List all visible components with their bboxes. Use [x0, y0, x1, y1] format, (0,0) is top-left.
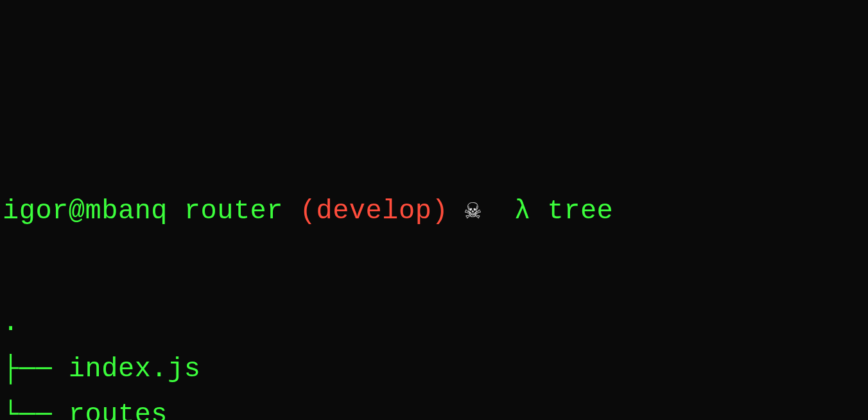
shell-prompt[interactable]: igor@mbanq router (develop) ☠ λ tree [3, 189, 865, 234]
prompt-space2 [283, 196, 300, 227]
prompt-space1 [168, 196, 184, 227]
tree-line-name: index.js [69, 354, 201, 385]
prompt-user-host: igor@mbanq [3, 196, 168, 227]
prompt-directory: router [184, 196, 283, 227]
tree-line-name: routes [69, 399, 168, 420]
branch-open: ( [300, 196, 317, 227]
tree-line-prefix: ├── [3, 354, 69, 385]
branch-name: develop [316, 196, 431, 227]
tree-root: . [3, 308, 19, 338]
prompt-space5 [531, 196, 548, 227]
tree-line-prefix: └── [3, 399, 69, 420]
lambda-icon: λ [514, 196, 531, 227]
command-text: tree [547, 196, 613, 227]
branch-close: ) [431, 196, 448, 227]
tree-output: . ├── index.js └── routes ├── index.js ├… [3, 301, 865, 420]
prompt-space3 [448, 196, 465, 227]
skull-icon: ☠ [465, 196, 482, 227]
prompt-space4 [482, 196, 514, 227]
